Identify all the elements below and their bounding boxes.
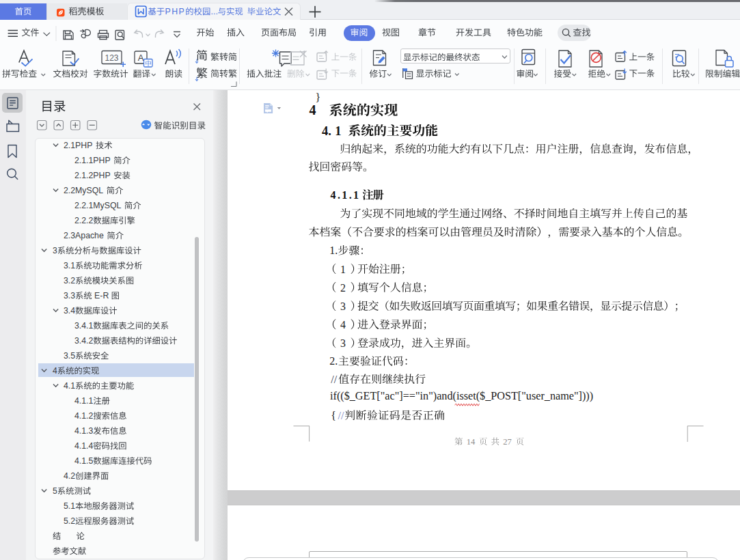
svg-text:...: ... xyxy=(211,7,218,16)
svg-text:4.1.5: 4.1.5 xyxy=(74,456,94,466)
svg-text:4.1.4: 4.1.4 xyxy=(74,441,94,451)
svg-text:2: 2 xyxy=(340,282,346,294)
svg-text:3: 3 xyxy=(340,300,346,312)
svg-text://: // xyxy=(338,410,344,421)
svg-text:3.1: 3.1 xyxy=(64,261,75,270)
svg-text:27: 27 xyxy=(503,437,512,447)
svg-text:3.2: 3.2 xyxy=(64,276,75,285)
svg-text:1.: 1. xyxy=(329,244,338,256)
svg-text:if(($_GET["ac"]=="in")and(isse: if(($_GET["ac"]=="in")and(isset($_POST["… xyxy=(330,390,593,402)
svg-text:2.2.2: 2.2.2 xyxy=(74,216,94,225)
svg-text:}: } xyxy=(316,92,321,103)
svg-text:2.1PHP: 2.1PHP xyxy=(64,141,92,150)
svg-text:5: 5 xyxy=(53,486,57,496)
svg-text:2.1.1PHP: 2.1.1PHP xyxy=(74,156,111,165)
svg-text:4.1.1: 4.1.1 xyxy=(331,189,361,201)
svg-text:A: A xyxy=(138,53,144,63)
svg-text:2.: 2. xyxy=(329,355,338,367)
svg-text:4.2: 4.2 xyxy=(64,471,75,481)
svg-text:{: { xyxy=(331,410,336,421)
svg-text:4: 4 xyxy=(53,366,57,376)
svg-text:3: 3 xyxy=(340,337,346,349)
svg-text:14: 14 xyxy=(467,437,476,447)
svg-text:3.3: 3.3 xyxy=(64,291,75,300)
svg-text:2.1.2PHP: 2.1.2PHP xyxy=(74,171,111,180)
svg-text:2.2.1MySQL: 2.2.1MySQL xyxy=(74,201,122,210)
svg-text:4: 4 xyxy=(310,102,316,117)
svg-text:123: 123 xyxy=(105,53,118,63)
svg-text:3.4.2: 3.4.2 xyxy=(74,336,94,346)
svg-text:PHP: PHP xyxy=(165,7,186,16)
svg-text:4.1.2: 4.1.2 xyxy=(74,411,94,421)
svg-text:2.3Apache: 2.3Apache xyxy=(64,231,104,240)
svg-text:4.1.3: 4.1.3 xyxy=(74,426,94,436)
svg-text:3.4: 3.4 xyxy=(64,306,75,316)
svg-text:4.: 4. xyxy=(322,124,331,138)
svg-text:E-R: E-R xyxy=(94,291,109,300)
svg-text:3: 3 xyxy=(53,246,57,255)
svg-text:2.2MySQL: 2.2MySQL xyxy=(64,186,103,195)
svg-text:5.2: 5.2 xyxy=(64,516,75,526)
svg-text:3.5: 3.5 xyxy=(64,351,75,361)
svg-text:1: 1 xyxy=(335,124,341,138)
svg-text:3.4.1: 3.4.1 xyxy=(74,321,94,331)
svg-text://: // xyxy=(331,374,337,385)
svg-text:4.1: 4.1 xyxy=(64,381,75,391)
svg-text:4.1.1: 4.1.1 xyxy=(74,396,94,406)
svg-text:1: 1 xyxy=(340,264,346,275)
svg-text:4: 4 xyxy=(340,319,346,331)
svg-text:5.1: 5.1 xyxy=(64,501,75,511)
